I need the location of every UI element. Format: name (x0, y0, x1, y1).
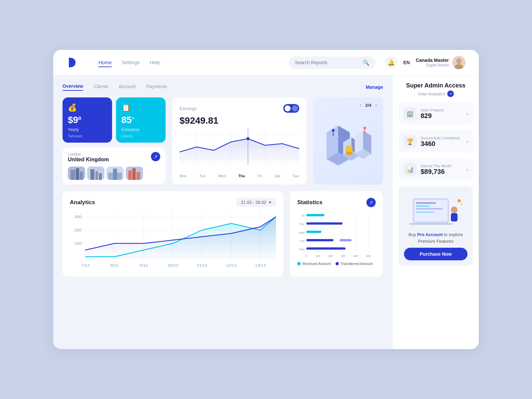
open-projects-icon: 🏢 (403, 107, 417, 120)
nav-settings[interactable]: Settings (122, 58, 140, 67)
svg-marker-28 (180, 139, 299, 165)
open-projects-value: 829 (421, 112, 463, 120)
view-analytics-icon: ↗ (447, 90, 454, 97)
dropdown-icon: ▾ (269, 200, 271, 205)
pro-card: Buy Pro Account to explorePremium Featur… (399, 186, 473, 266)
manage-button[interactable]: Manage (366, 84, 383, 90)
purchase-now-button[interactable]: Purchase Now (404, 248, 467, 260)
loc-img-1 (68, 167, 85, 180)
loc-img-2 (87, 167, 104, 180)
user-info: Canada Master Super Admin (416, 56, 466, 69)
svg-point-102 (458, 199, 461, 202)
earned-icon: 📊 (403, 163, 417, 176)
svg-rect-14 (113, 169, 117, 180)
svg-rect-95 (416, 202, 436, 204)
svg-rect-6 (76, 168, 79, 180)
stat-completed[interactable]: 🏆 Successfully Completed 3460 › (399, 130, 473, 153)
earned-value: $89,736 (421, 168, 463, 176)
location-card: London United Kingdom ↗ (63, 147, 166, 185)
carousel-next[interactable]: › (375, 102, 378, 108)
svg-text:Fri: Fri (301, 214, 305, 217)
nav: Home Settings Help (98, 58, 279, 67)
completed-arrow[interactable]: › (466, 139, 468, 145)
earnings-toggle[interactable] (283, 104, 299, 113)
svg-text:7/12: 7/12 (81, 263, 89, 268)
right-panel: Super Admin Access View Analytics ↗ 🏢 Op… (392, 75, 479, 349)
turnover-icon: 💰 (68, 103, 107, 112)
day-thu: Thu (238, 174, 245, 178)
svg-text:8/12: 8/12 (110, 263, 119, 268)
location-arrow[interactable]: ↗ (151, 152, 160, 161)
user-role: Super Admin (416, 63, 449, 67)
location-city: London (68, 152, 109, 157)
svg-rect-97 (416, 208, 443, 209)
lang-selector[interactable]: EN (403, 60, 410, 65)
open-projects-content: Open Projects 829 (421, 108, 463, 120)
metric-card-turnover: 💰 $9B Yearly Turnover (63, 97, 112, 143)
svg-rect-5 (70, 170, 75, 180)
view-analytics[interactable]: View Analytics ↗ (399, 90, 473, 97)
svg-rect-98 (416, 211, 434, 213)
turnover-label: Yearly (68, 127, 107, 132)
date-range-selector[interactable]: 21.02 - 28.02 ▾ (236, 198, 276, 207)
toggle-dot-off (292, 105, 298, 111)
clients-sub: Clients. (121, 134, 160, 138)
svg-text:Wed: Wed (299, 231, 305, 234)
notification-bell[interactable]: 🔔 (385, 57, 397, 68)
day-sun: Sun (293, 174, 299, 178)
nav-home[interactable]: Home (98, 58, 112, 67)
svg-rect-91 (339, 239, 351, 241)
analytics-card: Analytics 21.02 - 28.02 ▾ (63, 191, 283, 277)
day-tue: Tue (199, 174, 205, 178)
header-right: 🔔 EN Canada Master Super Admin (385, 56, 466, 69)
svg-rect-9 (90, 169, 94, 180)
svg-point-46 (363, 127, 366, 129)
svg-point-3 (457, 59, 461, 63)
super-admin-header: Super Admin Access View Analytics ↗ (399, 82, 473, 97)
search-input[interactable] (295, 60, 359, 65)
svg-text:Thur: Thur (299, 222, 305, 226)
svg-text:300: 300 (74, 215, 82, 219)
svg-text:9/12: 9/12 (140, 263, 148, 268)
tab-payments[interactable]: Payments (146, 84, 167, 90)
svg-rect-92 (306, 247, 345, 250)
svg-rect-10 (95, 171, 98, 180)
loc-img-4 (126, 167, 143, 180)
pro-account-bold: Pro Account (417, 232, 443, 237)
open-projects-arrow[interactable]: › (466, 111, 468, 117)
svg-rect-96 (416, 205, 429, 207)
analytics-title: Analytics (70, 199, 95, 206)
carousel-prev[interactable]: ‹ (359, 102, 362, 108)
completed-content: Successfully Completed 3460 (421, 136, 463, 148)
location-images (68, 167, 160, 180)
carousel-card: ‹ 2/4 › (313, 97, 383, 185)
svg-text:200: 200 (328, 254, 333, 257)
tab-clients[interactable]: Clients (94, 84, 108, 90)
stat-earned[interactable]: 📊 Earned This Month $89,736 › (399, 158, 473, 181)
statistics-title: Statistics (297, 199, 323, 206)
earnings-label: Earnings (180, 106, 197, 111)
svg-text:10/12: 10/12 (168, 263, 179, 268)
earned-content: Earned This Month $89,736 (421, 164, 463, 176)
svg-text:100: 100 (316, 254, 320, 257)
svg-rect-16 (128, 171, 132, 180)
stat-open-projects[interactable]: 🏢 Open Projects 829 › (399, 102, 473, 125)
earned-arrow[interactable]: › (466, 167, 468, 173)
legend-transferred-dot (335, 262, 339, 265)
svg-text:500: 500 (366, 254, 371, 257)
statistics-arrow[interactable]: ↗ (366, 198, 376, 207)
tab-account[interactable]: Account (119, 84, 136, 90)
earned-label: Earned This Month (421, 164, 463, 168)
day-sat: Sat (275, 174, 280, 178)
svg-rect-17 (132, 168, 136, 180)
svg-rect-101 (451, 213, 458, 221)
header: Home Settings Help 🔍 🔔 EN Canada Master … (53, 50, 479, 75)
top-row: 💰 $9B Yearly Turnover 📋 85+ (63, 97, 383, 185)
nav-help[interactable]: Help (150, 58, 160, 67)
tab-overview[interactable]: Overview (63, 83, 83, 91)
completed-value: 3460 (421, 140, 463, 148)
super-admin-title: Super Admin Access (399, 82, 473, 89)
content-area: Overview Clients Account Payments Manage… (53, 75, 392, 349)
completed-icon: 🏆 (403, 135, 417, 148)
clients-label: Enterprise (121, 127, 160, 132)
